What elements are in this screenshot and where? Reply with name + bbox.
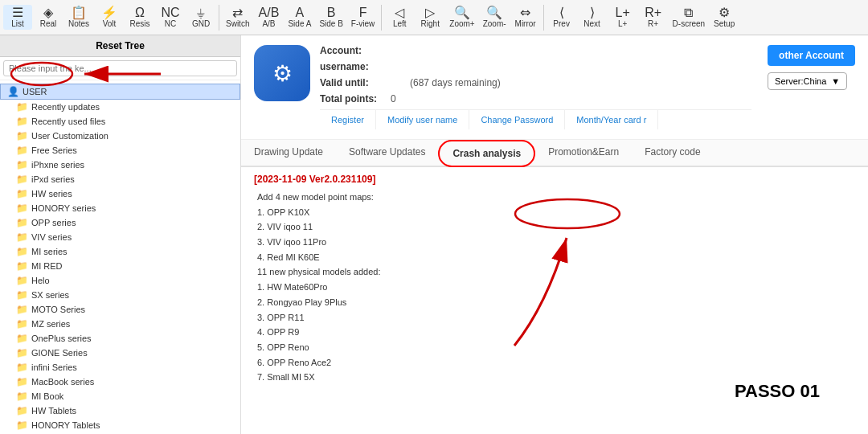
tab-software-updates[interactable]: Software Updates — [336, 140, 438, 167]
volt-icon: ⚡ — [101, 6, 117, 19]
update-item-0: 1. OPP K10X — [257, 205, 855, 220]
folder-icon: 📁 — [16, 174, 28, 185]
folder-icon: 📁 — [16, 246, 28, 257]
toolbar-zoomout[interactable]: 🔍 Zoom- — [480, 5, 510, 30]
toolbar-switch[interactable]: ⇄ Switch — [223, 5, 252, 30]
toolbar-dscreen[interactable]: ⧉ D-screen — [669, 5, 709, 30]
folder-icon: 📁 — [16, 145, 28, 156]
toolbar-gnd[interactable]: ⏚ GND — [186, 5, 215, 30]
account-row: Account: — [320, 45, 751, 56]
total-points-label: Total points: — [320, 93, 384, 104]
month-year-card-link[interactable]: Month/Year card r — [565, 110, 658, 129]
tab-crash-analysis[interactable]: Crash analysis — [438, 140, 535, 167]
total-points-row: Total points: 0 — [320, 93, 751, 104]
sidebar-item-oneplus[interactable]: 📁 OnePlus series — [0, 331, 240, 346]
server-label: Server:China — [775, 76, 826, 86]
toolbar-notes[interactable]: 📋 Notes — [64, 5, 93, 30]
sidebar-item-user[interactable]: 👤 USER — [0, 84, 240, 100]
sidebar-item-free-series[interactable]: 📁 Free Series — [0, 143, 240, 158]
update-item-6: 2. Rongyao Play 9Plus — [257, 295, 855, 310]
toolbar-next[interactable]: ⟩ Next — [578, 5, 607, 30]
sidebar-item-mz[interactable]: 📁 MZ series — [0, 317, 240, 331]
sidebar-item-macbook[interactable]: 📁 MacBook series — [0, 375, 240, 389]
switch-icon: ⇄ — [232, 6, 243, 19]
folder-icon: 📁 — [16, 347, 28, 358]
folder-icon: 📁 — [16, 318, 28, 330]
sidebar-item-honory-tablets[interactable]: 📁 HONORY Tablets — [0, 418, 240, 432]
toolbar-lplus[interactable]: L+ L+ — [608, 5, 637, 30]
main-layout: Reset Tree 👤 USER 📁 Recently updates 📁 R… — [0, 35, 868, 434]
sidebar-item-opp[interactable]: 📁 OPP series — [0, 215, 240, 230]
sidebar: Reset Tree 👤 USER 📁 Recently updates 📁 R… — [0, 35, 241, 434]
toolbar-fview[interactable]: F F-view — [348, 5, 378, 30]
sidebar-item-recently-used[interactable]: 📁 Recently used files — [0, 114, 240, 129]
sidebar-item-infini[interactable]: 📁 infini Series — [0, 360, 240, 375]
tab-promotion-earn[interactable]: Promotion&Earn — [535, 140, 632, 167]
account-actions: other Account Server:China ▼ — [768, 45, 855, 90]
toolbar-sideb[interactable]: B Side B — [316, 5, 346, 30]
account-label: Account: — [320, 45, 384, 56]
folder-icon: 📁 — [16, 391, 28, 402]
other-account-button[interactable]: other Account — [768, 45, 855, 66]
tab-drawing-update[interactable]: Drawing Update — [241, 140, 336, 167]
toolbar-sidea[interactable]: A Side A — [285, 5, 314, 30]
sidebar-item-viv[interactable]: 📁 VIV series — [0, 230, 240, 244]
sidebar-item-gione[interactable]: 📁 GIONE Series — [0, 346, 240, 360]
folder-icon: 📁 — [16, 275, 28, 286]
sidebar-item-hw-tablets[interactable]: 📁 HW Tablets — [0, 403, 240, 418]
toolbar-right[interactable]: ▷ Right — [416, 5, 444, 30]
update-item-5: 1. HW Mate60Pro — [257, 280, 855, 295]
update-date: [2023-11-09 Ver2.0.231109] — [254, 174, 855, 185]
search-input[interactable] — [3, 60, 237, 76]
toolbar-divider-2 — [381, 5, 382, 31]
change-password-link[interactable]: Change Password — [469, 110, 565, 129]
update-item-3: 4. Red MI K60E — [257, 250, 855, 265]
toolbar-list[interactable]: ☰ List — [3, 5, 32, 30]
toolbar: ☰ List ◈ Real 📋 Notes ⚡ Volt Ω Resis NC … — [0, 0, 868, 35]
toolbar-zoomin[interactable]: 🔍 Zoom+ — [446, 5, 477, 30]
modify-username-link[interactable]: Modify user name — [376, 110, 469, 129]
tab-factory-code[interactable]: Factory code — [632, 140, 713, 167]
toolbar-setup[interactable]: ⚙ Setup — [710, 5, 739, 30]
sidebar-item-mi-book[interactable]: 📁 MI Book — [0, 389, 240, 403]
folder-icon: 📁 — [16, 130, 28, 141]
update-intro: Add 4 new model point maps: — [257, 190, 855, 205]
user-icon: 👤 — [7, 86, 19, 97]
update-item-9: 5. OPP Reno — [257, 340, 855, 355]
passo-label: PASSO 01 — [735, 381, 820, 402]
toolbar-real[interactable]: ◈ Real — [34, 5, 63, 30]
sidebar-item-helo[interactable]: 📁 Helo — [0, 273, 240, 288]
content-area: ⚙ Account: username: Valid until: (687 d — [241, 35, 868, 434]
sidebar-search-container — [0, 57, 240, 80]
server-select[interactable]: Server:China ▼ — [768, 72, 847, 90]
sidebar-header: Reset Tree — [0, 35, 240, 57]
sidebar-item-ipxd[interactable]: 📁 iPxd series — [0, 172, 240, 186]
days-remaining: (687 days remaining) — [410, 77, 501, 88]
folder-icon: 📁 — [16, 159, 28, 170]
valid-until-row: Valid until: (687 days remaining) — [320, 77, 751, 88]
sidebar-item-iphxne[interactable]: 📁 iPhxne series — [0, 158, 240, 172]
toolbar-ab[interactable]: A/B A/B — [254, 5, 283, 30]
nc-icon: NC — [161, 6, 179, 19]
toolbar-left[interactable]: ◁ Left — [385, 5, 414, 30]
sidebar-item-sx[interactable]: 📁 SX series — [0, 288, 240, 302]
username-label: username: — [320, 61, 384, 72]
toolbar-volt[interactable]: ⚡ Volt — [95, 5, 124, 30]
valid-until-label: Valid until: — [320, 77, 384, 88]
toolbar-resis[interactable]: Ω Resis — [125, 5, 154, 30]
update-item-4: 11 new physical models added: — [257, 264, 855, 280]
sidebar-item-recently-updates[interactable]: 📁 Recently updates — [0, 100, 240, 114]
folder-icon: 📁 — [16, 203, 28, 214]
toolbar-rplus[interactable]: R+ R+ — [639, 5, 668, 30]
sidebar-item-mi[interactable]: 📁 MI series — [0, 244, 240, 259]
sidebar-item-moto[interactable]: 📁 MOTO Series — [0, 302, 240, 317]
register-link[interactable]: Register — [320, 110, 376, 129]
sidebar-item-mi-red[interactable]: 📁 MI RED — [0, 259, 240, 273]
sidebar-item-hw[interactable]: 📁 HW series — [0, 186, 240, 201]
toolbar-prev[interactable]: ⟨ Prev — [547, 5, 576, 30]
sidebar-item-honory[interactable]: 📁 HONORY series — [0, 201, 240, 215]
toolbar-mirror[interactable]: ⇔ Mirror — [511, 5, 540, 30]
folder-icon: 📁 — [16, 231, 28, 243]
sidebar-item-user-customization[interactable]: 📁 User Customization — [0, 129, 240, 143]
toolbar-nc[interactable]: NC NC — [156, 5, 185, 30]
